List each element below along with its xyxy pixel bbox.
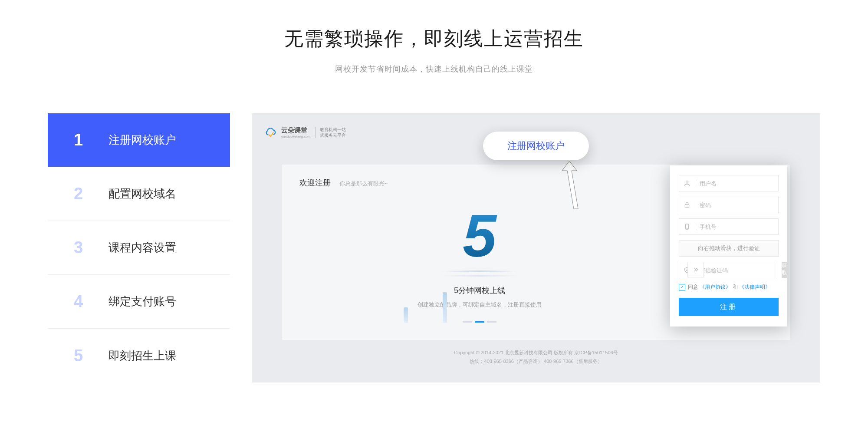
legal-notice-link[interactable]: 《法律声明》 xyxy=(739,284,770,290)
slider-track[interactable]: 向右拖动滑块，进行验证 xyxy=(679,240,779,257)
step-5[interactable]: 5 即刻招生上课 xyxy=(48,329,230,383)
step-number: 2 xyxy=(74,185,108,203)
logo-tagline: 教育机构一站 式服务云平台 xyxy=(320,127,346,138)
logo-name: 云朵课堂 xyxy=(281,126,311,135)
platform-shadow xyxy=(441,270,519,274)
password-input[interactable] xyxy=(700,202,774,208)
step-number: 5 xyxy=(74,346,108,365)
preview-panel: 云朵课堂 yunduoketang.com 教育机构一站 式服务云平台 注册网校… xyxy=(252,113,820,383)
svg-point-0 xyxy=(686,181,688,183)
slider-handle[interactable] xyxy=(687,262,704,277)
sms-code-input[interactable] xyxy=(700,267,773,274)
logo-domain: yunduoketang.com xyxy=(281,135,311,139)
step-1[interactable]: 1 注册网校账户 xyxy=(48,113,230,167)
big-number-icon: 5 xyxy=(441,205,519,266)
slider-text: 向右拖动滑块，进行验证 xyxy=(698,244,760,252)
password-field[interactable] xyxy=(679,197,779,213)
carousel-dot[interactable] xyxy=(487,321,496,323)
user-icon xyxy=(684,180,690,187)
step-label: 课程内容设置 xyxy=(108,240,176,255)
steps-list: 1 注册网校账户 2 配置网校域名 3 课程内容设置 4 绑定支付账号 5 即刻… xyxy=(48,113,230,383)
cloud-logo-icon xyxy=(265,128,277,137)
pointer-arrow-icon xyxy=(559,161,580,211)
agree-checkbox[interactable]: ✓ xyxy=(679,284,685,290)
center-graphic: 5 5分钟网校上线 创建独立的品牌，可绑定自主域名，注册直接使用 xyxy=(299,205,660,323)
step-label: 绑定支付账号 xyxy=(108,294,176,309)
phone-icon xyxy=(684,223,690,230)
username-input[interactable] xyxy=(700,180,774,187)
phone-input[interactable] xyxy=(700,224,774,230)
lock-icon xyxy=(684,201,690,208)
step-label: 即刻招生上课 xyxy=(108,348,176,363)
preview-footer: Copyright © 2014-2021 北京昱新科技有限公司 版权所有 京I… xyxy=(265,349,807,366)
register-button[interactable]: 注册 xyxy=(679,298,779,316)
step-number: 1 xyxy=(74,131,108,149)
phone-field[interactable] xyxy=(679,218,779,235)
step-2[interactable]: 2 配置网校域名 xyxy=(48,167,230,221)
register-form: 向右拖动滑块，进行验证 获取验证码 ✓ 同意 《用户协议》 xyxy=(670,165,787,326)
agree-row: ✓ 同意 《用户协议》 和 《法律声明》 xyxy=(679,284,779,291)
step-3[interactable]: 3 课程内容设置 xyxy=(48,221,230,275)
username-field[interactable] xyxy=(679,175,779,191)
step-label: 注册网校账户 xyxy=(108,132,176,148)
step-number: 4 xyxy=(74,292,108,311)
step-label: 配置网校域名 xyxy=(108,186,176,201)
page-subtitle: 网校开发节省时间成本，快速上线机构自己的线上课堂 xyxy=(0,64,868,74)
welcome-subtitle: 你总是那么有眼光~ xyxy=(339,180,388,188)
user-agreement-link[interactable]: 《用户协议》 xyxy=(700,284,731,290)
carousel-dot[interactable] xyxy=(463,321,472,323)
svg-rect-1 xyxy=(685,204,689,207)
get-code-button[interactable]: 获取验证码 xyxy=(782,262,787,278)
carousel-dots xyxy=(299,321,660,323)
welcome-title: 欢迎注册 xyxy=(299,178,331,188)
step-4[interactable]: 4 绑定支付账号 xyxy=(48,275,230,329)
center-subtitle: 创建独立的品牌，可绑定自主域名，注册直接使用 xyxy=(299,301,660,309)
svg-point-3 xyxy=(687,228,687,228)
page-title: 无需繁琐操作，即刻线上运营招生 xyxy=(0,26,868,52)
divider xyxy=(315,127,316,138)
carousel-dot[interactable] xyxy=(475,321,484,323)
double-arrow-icon xyxy=(692,266,699,273)
decor-bar-left xyxy=(404,307,408,323)
decor-bar-right xyxy=(443,292,447,323)
step-number: 3 xyxy=(74,238,108,257)
tooltip-bubble: 注册网校账户 xyxy=(483,132,589,160)
center-title: 5分钟网校上线 xyxy=(299,285,660,296)
